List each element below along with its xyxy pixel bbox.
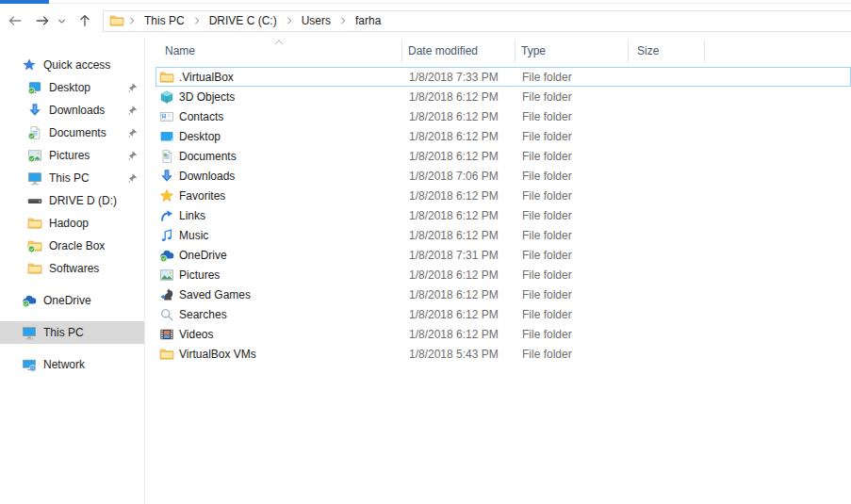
column-header-size[interactable]: Size: [629, 40, 705, 62]
file-row-virtualbox[interactable]: .VirtualBox1/8/2018 7:33 PMFile folder: [155, 67, 851, 87]
file-date-modified: 1/8/2018 7:06 PM: [403, 170, 516, 183]
sidebar-item-oracle-box[interactable]: Oracle Box: [0, 235, 144, 257]
sidebar-item-pictures[interactable]: Pictures: [0, 144, 144, 167]
column-header-date-modified[interactable]: Date modified: [402, 40, 516, 62]
folder-icon: [27, 261, 42, 276]
contacts-icon: [159, 109, 174, 124]
file-name-cell: Downloads: [156, 169, 403, 184]
file-row-documents[interactable]: Documents1/8/2018 6:12 PMFile folder: [155, 146, 851, 166]
sidebar-item-network[interactable]: Network: [0, 353, 144, 376]
breadcrumb-chevron-icon[interactable]: [189, 16, 205, 25]
file-name: Downloads: [179, 170, 235, 183]
column-header-label: Date modified: [408, 44, 478, 57]
file-row-searches[interactable]: Searches1/8/2018 6:12 PMFile folder: [155, 304, 851, 324]
sidebar-item-label: Hadoop: [49, 217, 89, 230]
sidebar-item-label: Softwares: [49, 262, 99, 275]
sidebar-item-hadoop[interactable]: Hadoop: [0, 212, 144, 235]
file-row-favorites[interactable]: Favorites1/8/2018 6:12 PMFile folder: [155, 186, 851, 205]
address-bar[interactable]: This PCDRIVE C (C:)Usersfarha: [103, 10, 851, 32]
column-header-label: Type: [521, 44, 546, 57]
star-gold-icon: [159, 188, 174, 203]
documents-sync-icon: [27, 125, 42, 140]
navigation-toolbar: This PCDRIVE C (C:)Usersfarha: [0, 4, 851, 38]
file-name-cell: Contacts: [156, 109, 403, 124]
file-row-onedrive[interactable]: OneDrive1/8/2018 7:31 PMFile folder: [155, 245, 851, 265]
file-list: .VirtualBox1/8/2018 7:33 PMFile folder3D…: [155, 67, 851, 364]
file-name: Saved Games: [179, 288, 251, 301]
file-row-3d-objects[interactable]: 3D Objects1/8/2018 6:12 PMFile folder: [155, 87, 851, 106]
breadcrumb-item-this-pc[interactable]: This PC: [139, 12, 189, 29]
sidebar-item-this-pc[interactable]: This PC: [0, 321, 144, 344]
file-name-cell: .VirtualBox: [156, 70, 403, 85]
file-row-videos[interactable]: Videos1/8/2018 6:12 PMFile folder: [155, 324, 851, 344]
file-name-cell: VirtualBox VMs: [156, 347, 403, 362]
file-date-modified: 1/8/2018 6:12 PM: [403, 90, 516, 104]
file-type: File folder: [516, 268, 630, 282]
file-row-links[interactable]: Links1/8/2018 6:12 PMFile folder: [155, 205, 851, 225]
desktop-sync-icon: [27, 80, 42, 95]
recent-locations-chevron-icon[interactable]: [56, 12, 68, 29]
breadcrumb-item-drive-c-c[interactable]: DRIVE C (C:): [205, 12, 282, 29]
column-header-type[interactable]: Type: [516, 40, 629, 62]
file-name-cell: Pictures: [156, 268, 403, 283]
breadcrumb-chevron-icon[interactable]: [124, 16, 139, 25]
sidebar-item-label: OneDrive: [43, 294, 91, 307]
up-button[interactable]: [76, 12, 93, 29]
sidebar-item-drive-d-d[interactable]: DRIVE D (D:): [0, 189, 144, 212]
sidebar-item-label: Network: [43, 358, 85, 371]
pin-icon: [127, 127, 139, 138]
music-icon: [159, 228, 174, 243]
file-row-desktop[interactable]: Desktop1/8/2018 6:12 PMFile folder: [155, 126, 851, 146]
sidebar-item-quick-access[interactable]: Quick access: [0, 54, 144, 76]
file-type: File folder: [516, 308, 630, 321]
file-date-modified: 1/8/2018 6:12 PM: [403, 288, 516, 301]
file-row-virtualbox-vms[interactable]: VirtualBox VMs1/8/2018 5:43 PMFile folde…: [155, 344, 851, 364]
file-date-modified: 1/8/2018 5:43 PM: [403, 348, 516, 361]
breadcrumb-chevron-icon[interactable]: [335, 16, 351, 25]
file-type: File folder: [516, 249, 630, 262]
file-name-cell: Favorites: [156, 188, 403, 203]
column-header-name[interactable]: Name: [155, 40, 402, 62]
window-body: Quick accessDesktopDownloadsDocumentsPic…: [0, 38, 851, 504]
sidebar-item-downloads[interactable]: Downloads: [0, 99, 144, 122]
file-row-pictures[interactable]: Pictures1/8/2018 6:12 PMFile folder: [155, 265, 851, 285]
file-row-music[interactable]: Music1/8/2018 6:12 PMFile folder: [155, 225, 851, 245]
file-name: 3D Objects: [179, 90, 235, 104]
folder-icon: [109, 13, 124, 28]
file-name: Documents: [179, 150, 237, 163]
file-row-contacts[interactable]: Contacts1/8/2018 6:12 PMFile folder: [155, 106, 851, 126]
file-name-cell: 3D Objects: [156, 89, 403, 105]
breadcrumb: This PCDRIVE C (C:)Usersfarha: [124, 12, 385, 29]
pictures-sync-icon: [27, 148, 42, 163]
file-date-modified: 1/8/2018 7:33 PM: [403, 71, 516, 84]
sidebar-item-softwares[interactable]: Softwares: [0, 257, 144, 280]
column-header-label: Size: [637, 44, 659, 57]
file-name: Searches: [179, 308, 227, 321]
this-pc-icon: [22, 325, 37, 340]
sidebar-item-documents[interactable]: Documents: [0, 122, 144, 144]
file-date-modified: 1/8/2018 7:31 PM: [403, 249, 516, 262]
forward-button[interactable]: [34, 12, 51, 29]
column-headers: NameDate modifiedTypeSize: [155, 40, 851, 62]
breadcrumb-item-farha[interactable]: farha: [351, 12, 385, 29]
sidebar-item-onedrive[interactable]: OneDrive: [0, 289, 144, 312]
back-button[interactable]: [7, 12, 24, 29]
sidebar-item-desktop[interactable]: Desktop: [0, 76, 144, 99]
file-date-modified: 1/8/2018 6:12 PM: [403, 130, 516, 143]
breadcrumb-chevron-icon[interactable]: [282, 16, 297, 25]
file-row-saved-games[interactable]: Saved Games1/8/2018 6:12 PMFile folder: [155, 285, 851, 304]
videos-icon: [159, 327, 174, 342]
file-date-modified: 1/8/2018 6:12 PM: [403, 229, 516, 242]
file-name: Pictures: [179, 268, 220, 282]
sidebar-item-this-pc[interactable]: This PC: [0, 167, 144, 189]
saved-games-icon: [159, 287, 174, 302]
pictures-item-icon: [159, 268, 174, 283]
file-row-downloads[interactable]: Downloads1/8/2018 7:06 PMFile folder: [155, 166, 851, 186]
folder-icon: [159, 347, 174, 362]
sort-ascending-icon: [273, 39, 285, 45]
file-name: .VirtualBox: [179, 71, 234, 84]
file-name-cell: Saved Games: [156, 287, 403, 302]
breadcrumb-item-users[interactable]: Users: [297, 12, 335, 29]
file-type: File folder: [516, 209, 630, 222]
file-type: File folder: [516, 348, 630, 361]
